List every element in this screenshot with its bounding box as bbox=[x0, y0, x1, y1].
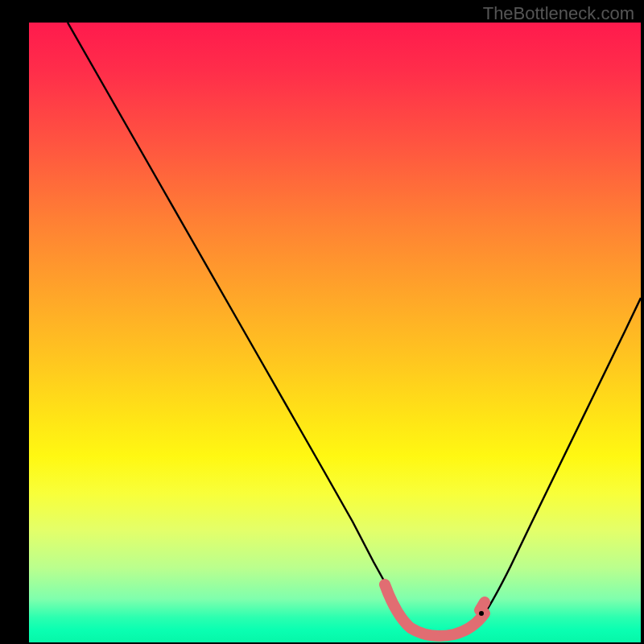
chart-container: TheBottleneck.com bbox=[0, 0, 644, 644]
watermark-text: TheBottleneck.com bbox=[483, 3, 634, 24]
highlight-end-dot bbox=[479, 611, 484, 616]
bottleneck-curve bbox=[68, 23, 641, 635]
curve-svg bbox=[29, 23, 641, 642]
optimal-zone-highlight bbox=[385, 584, 485, 636]
plot-area bbox=[29, 23, 641, 642]
